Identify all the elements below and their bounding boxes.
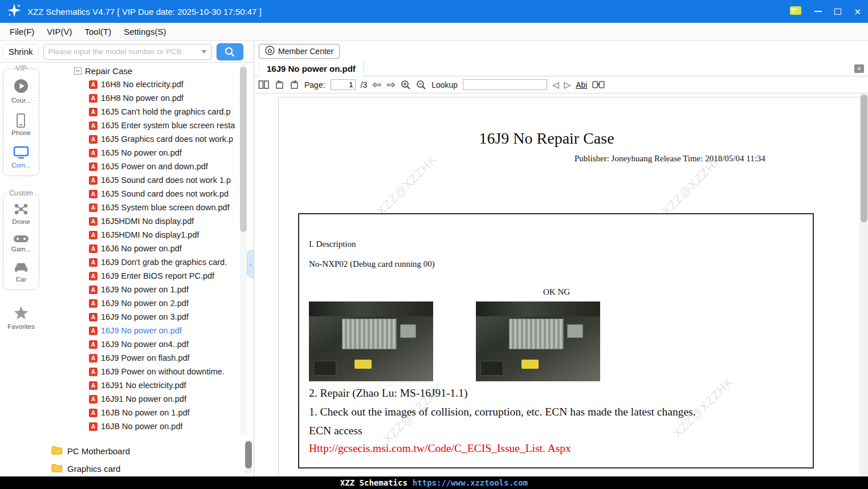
tree-item-pdf[interactable]: 16JB No power on.pdf <box>42 419 254 433</box>
close-button[interactable]: ✕ <box>854 7 861 16</box>
menu-item[interactable]: VIP(V) <box>40 25 78 39</box>
whole-word-icon[interactable]: Abi <box>576 80 587 89</box>
tree-item-pdf[interactable]: 16J5HDMI No display.pdf <box>42 214 254 228</box>
tree-item-label: 16J9 No power on.pdf <box>101 326 182 335</box>
tree-item-pdf[interactable]: 16J91 No power on.pdf <box>42 392 254 406</box>
sidebar-item-favorites[interactable]: Favorites <box>0 306 42 330</box>
tree-item-pdf[interactable]: 16J9 No power on 1.pdf <box>42 283 254 296</box>
collapse-tree-handle[interactable]: ‹ <box>247 250 254 278</box>
tree-item-pdf[interactable]: 16J5 No power on.pdf <box>42 146 254 160</box>
pdf-page: 16J9 No Repair Case Publisher: Joneyhuan… <box>278 97 859 476</box>
sidebar-item-drone[interactable]: Drone <box>12 203 30 225</box>
tree-folder[interactable]: Graphics card <box>42 460 254 476</box>
tree-item-label: 16J5 System blue screen down.pdf <box>101 203 230 212</box>
star-icon <box>14 306 28 321</box>
vip-card-icon[interactable] <box>789 6 802 18</box>
previous-page-icon[interactable]: ⇦ <box>372 79 381 90</box>
member-row: Member Center <box>254 41 868 62</box>
tree-item-label: 16J9 Power on without downtime. <box>101 367 225 376</box>
pdf-scrollbar-thumb[interactable] <box>861 95 867 222</box>
pdf-file-icon <box>89 108 97 116</box>
sidebar-item-car[interactable]: Car <box>14 262 28 283</box>
binoculars-icon[interactable] <box>592 80 605 89</box>
menu-item[interactable]: File(F) <box>3 25 40 39</box>
tree-scrollbar-thumb[interactable] <box>240 67 247 232</box>
tree-item-label: 16H8 No power on.pdf <box>101 93 184 103</box>
tree-item-pdf[interactable]: 16J5 Can't hold the graphics card.p <box>42 105 254 119</box>
motherboard-photo-ng <box>476 301 600 381</box>
tree-item-label: 16J5 Sound card does not work 1.p <box>101 176 231 185</box>
sidebar-item-phone[interactable]: Phone <box>11 113 30 136</box>
tree-folder[interactable]: PC Motherboard <box>42 442 254 460</box>
tree-item-label: 16JB No power on 1.pdf <box>101 408 190 417</box>
tree-node-repair-case[interactable]: Repair Case <box>42 64 254 78</box>
sidebar-item-label: Drone <box>12 218 30 225</box>
search-button[interactable] <box>217 43 243 60</box>
pdf-file-icon <box>89 409 97 417</box>
menu-item[interactable]: Tool(T) <box>79 25 118 39</box>
home-icon <box>265 46 275 57</box>
tree-item-pdf[interactable]: 16J5 Enter system blue screen resta <box>42 119 254 132</box>
titlebar: XZZ Schematics V4.77 [ VIP Due date: 202… <box>0 0 868 23</box>
tree-item-pdf[interactable]: 16H8 No electricity.pdf <box>42 78 254 91</box>
page-number-input[interactable] <box>331 79 356 90</box>
description-line: No-NXP02 (Debug card running 00) <box>309 259 435 269</box>
zoom-in-icon[interactable] <box>401 80 411 90</box>
zoom-out-icon[interactable] <box>416 80 426 90</box>
tree-item-label: 16J9 Power on flash.pdf <box>101 353 190 362</box>
tree-item-pdf[interactable]: 16J91 No electricity.pdf <box>42 378 254 392</box>
tree-item-pdf[interactable]: 16J9 No power on 2.pdf <box>42 296 254 310</box>
menubar: File(F) VIP(V) Tool(T) Settings(S) <box>0 23 868 41</box>
two-page-view-icon[interactable] <box>258 80 270 89</box>
page-label: Page: <box>304 80 325 89</box>
tree-item-pdf[interactable]: 16J9 Power on without downtime. <box>42 365 254 378</box>
tree-item-pdf[interactable]: 16J5 Sound card does not work 1.p <box>42 173 254 187</box>
menu-item[interactable]: Settings(S) <box>117 25 172 39</box>
tree-item-pdf[interactable]: 16J9 No power on4..pdf <box>42 337 254 351</box>
chevron-down-icon[interactable] <box>201 50 207 54</box>
collapse-node-icon[interactable] <box>74 67 81 75</box>
panel-scrollbar-thumb[interactable] <box>245 441 252 468</box>
search-icon <box>224 46 235 58</box>
pdf-file-icon <box>89 299 97 308</box>
tree-item-pdf[interactable]: 16J9 Power on flash.pdf <box>42 351 254 365</box>
rotate-left-icon[interactable] <box>275 80 284 89</box>
sidebar-item-course[interactable]: Cour... <box>11 78 31 104</box>
close-document-icon[interactable] <box>854 64 864 73</box>
document-tab[interactable]: 16J9 No power on.pdf <box>259 62 364 76</box>
shrink-button[interactable]: Shrink <box>3 44 39 59</box>
ecn-link[interactable]: Http://gcsecis.msi.com.tw/Code/C_ECIS_Is… <box>309 442 571 455</box>
tree-item-pdf[interactable]: 16J5 Power on and down.pdf <box>42 160 254 173</box>
pdf-content-area: 16J9 No Repair Case Publisher: Joneyhuan… <box>254 93 868 476</box>
rotate-right-icon[interactable] <box>290 80 299 89</box>
sidebar-item-game[interactable]: Gam... <box>11 235 31 252</box>
tree-item-pdf[interactable]: 16H8 No power on.pdf <box>42 91 254 105</box>
tree-scrollbar[interactable] <box>240 64 247 435</box>
tree-item-pdf[interactable]: 16JB No power on 1.pdf <box>42 406 254 419</box>
panel-scrollbar[interactable] <box>245 440 252 473</box>
phone-icon <box>17 113 25 128</box>
search-input[interactable] <box>48 47 199 56</box>
tree-item-pdf[interactable]: 16J9 No power on 3.pdf <box>42 310 254 324</box>
pdf-file-icon <box>89 368 97 376</box>
lookup-input[interactable] <box>463 79 547 90</box>
minimize-button[interactable] <box>814 11 822 12</box>
tree-item-pdf[interactable]: 16J9 No power on.pdf <box>42 324 254 337</box>
tree-item-pdf[interactable]: 16J5 Sound card does not work.pd <box>42 187 254 201</box>
tree-item-pdf[interactable]: 16J9 Enter BIOS report PC.pdf <box>42 269 254 283</box>
tree-item-pdf[interactable]: 16J5 System blue screen down.pdf <box>42 201 254 214</box>
maximize-button[interactable] <box>834 9 841 15</box>
pdf-file-icon <box>89 162 97 171</box>
find-next-icon[interactable]: ▷ <box>564 80 571 89</box>
tree-item-pdf[interactable]: 16J5HDMI No display1.pdf <box>42 228 254 242</box>
tree-item-pdf[interactable]: 16J5 Graphics card does not work.p <box>42 132 254 146</box>
tree-item-pdf[interactable]: 16J9 Don't grab the graphics card. <box>42 255 254 269</box>
sidebar-item-computer[interactable]: Com... <box>11 146 31 169</box>
member-center-button[interactable]: Member Center <box>259 44 340 59</box>
pdf-scrollbar[interactable] <box>859 93 868 476</box>
pdf-file-icon <box>89 203 97 212</box>
next-page-icon[interactable]: ⇨ <box>386 79 396 90</box>
find-previous-icon[interactable]: ◁ <box>552 80 559 89</box>
tree-item-pdf[interactable]: 16J6 No power on.pdf <box>42 242 254 255</box>
model-search-combo[interactable] <box>43 44 212 60</box>
